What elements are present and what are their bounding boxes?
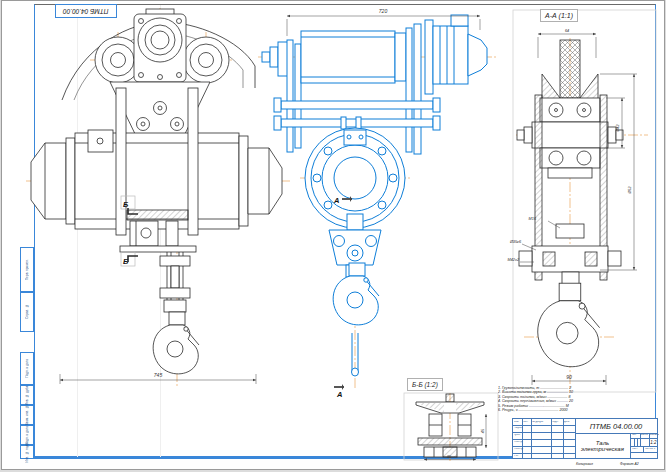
- gear-housing: [134, 14, 186, 82]
- side-plate-left: [116, 88, 126, 235]
- tb-col-list: Лист: [523, 421, 531, 424]
- tb-row-prov: Пров.: [514, 434, 531, 437]
- hook-shackle: [329, 230, 381, 265]
- side-view-highlighted: [262, 15, 487, 376]
- junction-box: [88, 130, 113, 152]
- stamp-text: ПТМБ 04.00.00: [63, 8, 109, 15]
- tb-designation: ПТМБ 04.00.00: [575, 419, 657, 434]
- title-block: Изм. Лист № докум. Подп. Дата Разраб. Пр…: [512, 418, 658, 459]
- gost-column-sprav: Справ. №: [20, 292, 34, 332]
- rope-drum: [301, 31, 395, 83]
- gost-column-label: Инв. № подл.: [25, 442, 29, 462]
- dim-aa-d1: Ø52: [628, 186, 632, 195]
- tb-col-podp: Подп.: [552, 421, 563, 424]
- motor: [31, 143, 66, 219]
- tb-row-razrab: Разраб.: [514, 427, 531, 430]
- tb-scale-label: Масштаб: [650, 434, 659, 437]
- gost-column-perv-primen: Перв. примен.: [20, 247, 34, 292]
- section-bb-label: Б-Б (1:2): [407, 378, 443, 391]
- gost-column-label: Инв. № дубл.: [25, 385, 29, 405]
- section-mark-b: Б: [123, 200, 129, 209]
- tb-sheet-label: Лист: [632, 448, 643, 451]
- tb-doc-name: Таль электрическая: [575, 433, 630, 458]
- frame-plate: [287, 40, 293, 152]
- rotated-designation-stamp: ПТМБ 04.00.00: [55, 4, 117, 18]
- copied-label: Копировал: [576, 462, 593, 466]
- gost-column-label: Справ. №: [25, 304, 29, 319]
- side-plate-right: [188, 88, 198, 235]
- gost-column-podp-data: Подп. и дата: [20, 352, 34, 385]
- dim-aa-m2: Ø35к6: [509, 240, 522, 244]
- gost-column-label: Взам. инв. №: [25, 405, 29, 425]
- gost-column-label: Перв. примен.: [25, 259, 29, 280]
- tb-row-nkontr: Н.контр.: [514, 448, 531, 451]
- front-view: [31, 9, 282, 374]
- gost-column-label: Подп. и дата: [25, 359, 29, 378]
- tie-rod: [281, 101, 433, 109]
- dim-aa-m1: М16: [529, 217, 537, 221]
- gost-column-inv-podl: Инв. № подл.: [20, 445, 34, 459]
- gost-column-inv-dubl: Инв. № дубл.: [20, 385, 34, 405]
- rope-end: [352, 368, 359, 376]
- technical-characteristics: 1. Грузоподъемность, т .................…: [498, 386, 658, 413]
- tb-col-docnum: № докум.: [532, 421, 551, 424]
- motor-side: [433, 26, 468, 84]
- gost-column-vzam-inv: Взам. инв. №: [20, 405, 34, 425]
- tb-mass-label: Масса: [640, 434, 649, 437]
- dim-hook-width: 90: [566, 374, 572, 380]
- format-label: Формат А2: [620, 462, 639, 466]
- section-bb-label-text: Б-Б (1:2): [412, 381, 438, 388]
- drawing-canvas: 720 745 64 90 Ø42 Ø52 М16 Ø35к6 М42х2 85…: [0, 0, 666, 472]
- tb-col-izm: Изм.: [514, 421, 522, 424]
- dim-aa-m3: М42х2: [508, 258, 520, 262]
- rope-section: [560, 40, 580, 98]
- tb-scale-value: 1:2: [649, 438, 658, 446]
- sheave-axle: [532, 122, 608, 148]
- tb-row-tkontr: Т.контр.: [514, 441, 531, 444]
- tb-col-data: Дата: [564, 421, 575, 424]
- tech-line: 6. Ресурс, ч ...........................…: [498, 408, 658, 412]
- hook-nut: [556, 224, 584, 238]
- tb-lit-label: Лит.: [632, 434, 640, 437]
- dim-left-height: 745: [154, 372, 163, 378]
- hook-section: [538, 283, 600, 367]
- hook: [333, 263, 379, 325]
- dim-aa-d2: Ø42: [616, 124, 620, 133]
- hook: [153, 312, 199, 374]
- tb-org-cell: [631, 452, 658, 458]
- tb-sheets-label: Листов 1: [645, 448, 658, 451]
- dim-top-width: 720: [379, 8, 388, 14]
- dim-bb-height: 45: [481, 428, 485, 433]
- section-aa-label: А-А (1:1): [540, 9, 578, 22]
- section-aa-label-text: А-А (1:1): [545, 12, 573, 19]
- tb-row-utv: Утв.: [514, 455, 531, 458]
- dim-aa-top: 64: [565, 29, 569, 33]
- section-mark-b: Б: [123, 257, 129, 266]
- brake-unit: [248, 148, 282, 214]
- section-mark-a: А: [333, 196, 339, 205]
- section-mark-a: А: [336, 390, 342, 399]
